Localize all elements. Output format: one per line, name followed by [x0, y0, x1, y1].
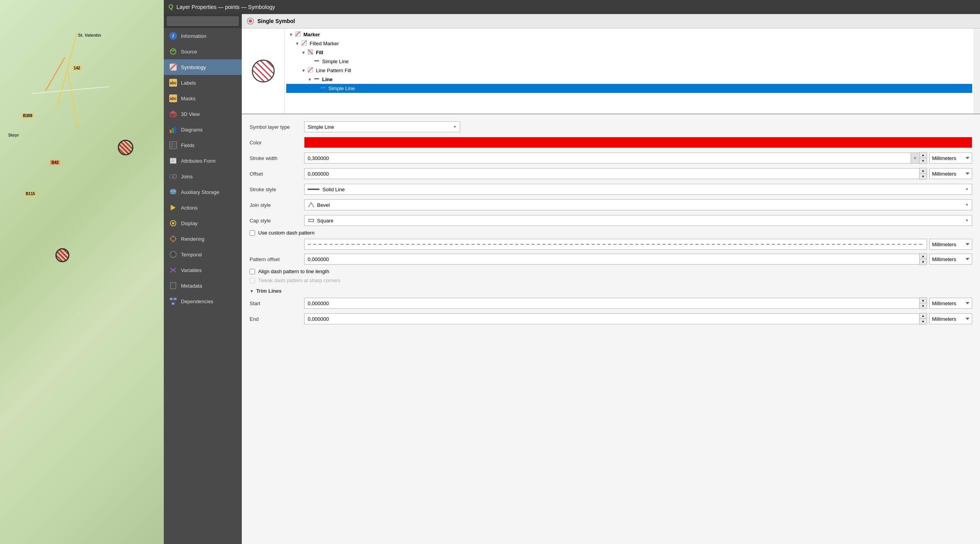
tree-arrow-marker[interactable]: ▾: [288, 32, 294, 37]
tree-icon-line: [313, 76, 321, 83]
trim-end-label: End: [250, 316, 304, 322]
svg-marker-24: [171, 205, 175, 210]
tree-item-simple-line-2[interactable]: ▾ Simple Line: [286, 84, 972, 93]
svg-point-45: [249, 20, 252, 23]
sidebar-item-metadata[interactable]: Metadata: [164, 278, 242, 293]
stroke-width-up[interactable]: ▲: [920, 153, 927, 158]
road-label-b309: B309: [21, 113, 34, 118]
custom-dash-checkbox[interactable]: [250, 230, 255, 236]
custom-dash-label[interactable]: Use custom dash pattern: [258, 230, 315, 236]
symbol-layer-type-dropdown[interactable]: Simple Line Simple Line: [304, 121, 460, 132]
tree-scrollbar[interactable]: [974, 28, 980, 114]
pattern-offset-down[interactable]: ▼: [920, 259, 927, 265]
pattern-offset-up[interactable]: ▲: [920, 254, 927, 259]
road-label-b115: B115: [24, 191, 37, 196]
stroke-style-dropdown[interactable]: Solid Line Solid Line Dash Dot: [304, 184, 972, 195]
labels-icon: abc: [169, 79, 177, 87]
tree-item-marker[interactable]: ▾ Marker: [286, 30, 972, 39]
svg-rect-12: [170, 142, 177, 149]
trim-end-unit-select[interactable]: Millimeters: [929, 313, 972, 324]
pattern-offset-spinner[interactable]: ▲ ▼: [919, 253, 927, 265]
sidebar-item-temporal[interactable]: Temporal: [164, 247, 242, 262]
align-dash-checkbox[interactable]: [250, 269, 255, 274]
tree-arrow-fill[interactable]: ▾: [300, 50, 307, 55]
detail-area: Symbol layer type Simple Line Simple Lin…: [242, 114, 980, 544]
tree-item-filled-marker[interactable]: ▾ Filled Marker: [286, 39, 972, 48]
stroke-width-down[interactable]: ▼: [920, 158, 927, 164]
search-box[interactable]: [164, 14, 242, 28]
tree-scroll[interactable]: ▾ Marker ▾: [285, 28, 974, 114]
tree-item-line[interactable]: ▾ Line: [286, 75, 972, 84]
trim-end-up[interactable]: ▲: [920, 313, 927, 319]
sidebar-item-attributesform[interactable]: Attributes Form: [164, 153, 242, 169]
sidebar-item-auxiliarystorage[interactable]: Auxiliary Storage: [164, 184, 242, 200]
svg-point-27: [171, 236, 175, 241]
sidebar-item-dependencies[interactable]: Dependencies: [164, 293, 242, 309]
offset-down[interactable]: ▼: [920, 174, 927, 179]
offset-spinner[interactable]: ▲ ▼: [919, 168, 927, 180]
align-dash-row: Align dash pattern to line length: [250, 268, 972, 274]
trim-end-spinner[interactable]: ▲ ▼: [919, 313, 927, 325]
sidebar-label-auxiliarystorage: Auxiliary Storage: [181, 189, 219, 195]
trim-start-unit-select[interactable]: Millimeters: [929, 298, 972, 309]
align-dash-label[interactable]: Align dash pattern to line length: [258, 268, 329, 274]
join-style-row: Join style Bevel Bevel Miter: [250, 199, 972, 211]
sidebar-item-labels[interactable]: abc Labels: [164, 75, 242, 91]
tree-arrow-filled-marker[interactable]: ▾: [294, 41, 300, 46]
sidebar-item-diagrams[interactable]: Diagrams: [164, 122, 242, 137]
color-swatch[interactable]: [304, 137, 972, 148]
trim-start-spinner[interactable]: ▲ ▼: [919, 297, 927, 309]
trim-end-row: End 0,000000 ▲ ▼ Millimeters: [250, 313, 972, 325]
symbol-preview: [250, 57, 277, 85]
trim-end-down[interactable]: ▼: [920, 319, 927, 324]
trim-lines-section-header: ▼ Trim Lines: [250, 288, 972, 294]
tree-arrow-lpf[interactable]: ▾: [300, 68, 307, 73]
sidebar-item-masks[interactable]: abc Masks: [164, 91, 242, 106]
stroke-width-unit-select[interactable]: Millimeters Pixels Points: [929, 153, 972, 164]
tree-arrow-line[interactable]: ▾: [307, 76, 313, 82]
sidebar-search-input[interactable]: [167, 16, 239, 26]
qgis-logo: Q: [168, 4, 173, 11]
dependencies-icon: [169, 297, 177, 305]
sidebar-item-joins[interactable]: Joins: [164, 169, 242, 184]
cap-style-dropdown[interactable]: Square Square Flat Round: [304, 215, 972, 226]
tree-item-simple-line-1[interactable]: ▾ Simple Line: [286, 57, 972, 66]
stroke-width-clear[interactable]: ✕: [911, 153, 919, 164]
tree-label-filled-marker: Filled Marker: [310, 41, 339, 46]
metadata-icon: [169, 282, 177, 290]
main-content: i Information Source Symbolog: [164, 14, 980, 544]
offset-unit-select[interactable]: Millimeters Pixels: [929, 168, 972, 179]
sidebar-item-actions[interactable]: Actions: [164, 200, 242, 215]
trim-start-down[interactable]: ▼: [920, 303, 927, 309]
sidebar-item-symbology[interactable]: Symbology: [164, 59, 242, 75]
sidebar-label-fields: Fields: [181, 142, 195, 148]
svg-line-56: [296, 32, 299, 35]
symbol-content: ▾ Marker ▾: [242, 28, 980, 544]
sidebar-item-fields[interactable]: Fields: [164, 137, 242, 153]
stroke-width-label: Stroke width: [250, 155, 304, 161]
sidebar-item-variables[interactable]: Variables: [164, 262, 242, 278]
pattern-offset-input[interactable]: 0,000000: [304, 254, 919, 265]
sidebar-item-display[interactable]: Display: [164, 215, 242, 231]
tweak-dash-checkbox[interactable]: [250, 278, 255, 283]
join-style-dropdown[interactable]: Bevel Bevel Miter Round: [304, 199, 972, 210]
tree-item-line-pattern-fill[interactable]: ▾ Line Pattern Fill: [286, 66, 972, 75]
pattern-offset-unit-select[interactable]: Millimeters: [929, 254, 972, 265]
svg-point-23: [170, 192, 176, 194]
trim-lines-arrow[interactable]: ▼: [250, 289, 254, 293]
tree-icon-sl2: [319, 85, 327, 92]
offset-input[interactable]: 0,000000: [304, 168, 919, 179]
sidebar-item-rendering[interactable]: Rendering: [164, 231, 242, 247]
trim-end-input[interactable]: 0,000000: [304, 313, 919, 324]
stroke-width-spinner[interactable]: ▲ ▼: [919, 152, 927, 164]
dash-pattern-unit-select[interactable]: Millimeters Pixels: [929, 239, 972, 250]
sidebar-item-3dview[interactable]: 3D View: [164, 106, 242, 122]
tree-item-fill[interactable]: ▾ Fill: [286, 48, 972, 57]
sidebar-item-source[interactable]: Source: [164, 44, 242, 59]
offset-up[interactable]: ▲: [920, 168, 927, 174]
stroke-style-row: Stroke style Solid Line Solid Line Dash …: [250, 183, 972, 196]
trim-start-input[interactable]: 0,000000: [304, 298, 919, 309]
stroke-width-input[interactable]: 0,300000: [304, 153, 911, 164]
sidebar-item-information[interactable]: i Information: [164, 28, 242, 44]
trim-start-up[interactable]: ▲: [920, 298, 927, 303]
